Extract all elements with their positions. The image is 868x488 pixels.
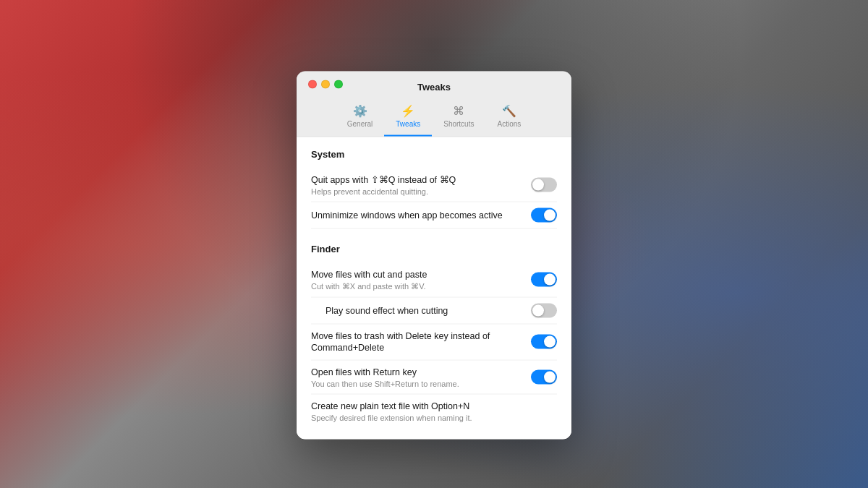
gear-icon: ⚙️ <box>353 103 367 117</box>
toggle-return-track <box>531 369 557 384</box>
setting-title-new-file: Create new plain text file with Option+N <box>311 400 557 411</box>
tab-general[interactable]: ⚙️ General <box>336 99 385 136</box>
section-gap-1 <box>311 228 557 243</box>
toggle-delete-track <box>531 335 557 349</box>
toggle-quit-thumb <box>532 179 544 190</box>
setting-title-cut-paste: Move files with cut and paste <box>311 268 522 280</box>
setting-text-quit: Quit apps with ⇧⌘Q instead of ⌘Q Helps p… <box>311 174 522 195</box>
setting-title-sound: Play sound effect when cutting <box>326 304 522 316</box>
setting-title-delete: Move files to trash with Delete key inst… <box>311 330 522 354</box>
toggle-unminimize[interactable] <box>531 207 557 222</box>
setting-title-unminimize: Unminimize windows when app becomes acti… <box>311 209 522 221</box>
setting-text-return: Open files with Return key You can then … <box>311 366 522 388</box>
setting-quit-shortcut: Quit apps with ⇧⌘Q instead of ⌘Q Helps p… <box>311 168 557 202</box>
setting-subtitle-quit: Helps prevent accidental quitting. <box>311 187 522 195</box>
traffic-lights <box>308 80 343 88</box>
maximize-button[interactable] <box>334 80 343 88</box>
titlebar: Tweaks ⚙️ General ⚡ Tweaks ⌘ Shortcuts 🔨… <box>297 71 571 137</box>
setting-text-new-file: Create new plain text file with Option+N… <box>311 400 557 421</box>
tab-tweaks[interactable]: ⚡ Tweaks <box>384 99 432 136</box>
setting-cut-paste: Move files with cut and paste Cut with ⌘… <box>311 262 557 297</box>
toggle-quit-track <box>531 177 557 192</box>
toggle-unminimize-thumb <box>544 209 556 221</box>
toggle-cut-paste-thumb <box>544 274 556 286</box>
setting-unminimize: Unminimize windows when app becomes acti… <box>311 202 557 228</box>
toggle-return-key[interactable] <box>531 369 557 384</box>
tab-shortcuts[interactable]: ⌘ Shortcuts <box>432 99 485 136</box>
setting-title-quit: Quit apps with ⇧⌘Q instead of ⌘Q <box>311 174 522 185</box>
setting-text-cut-paste: Move files with cut and paste Cut with ⌘… <box>311 268 522 291</box>
lightning-icon: ⚡ <box>401 103 415 117</box>
toggle-return-thumb <box>544 371 556 382</box>
command-icon: ⌘ <box>453 103 464 117</box>
setting-subtitle-cut-paste: Cut with ⌘X and paste with ⌘V. <box>311 282 522 291</box>
setting-subtitle-return: You can then use Shift+Return to rename. <box>311 379 522 388</box>
tab-actions[interactable]: 🔨 Actions <box>485 99 532 136</box>
section-title-finder: Finder <box>311 243 557 254</box>
toggle-quit-shortcut[interactable] <box>531 177 557 192</box>
setting-text-delete: Move files to trash with Delete key inst… <box>311 330 522 354</box>
minimize-button[interactable] <box>321 80 330 88</box>
setting-text-sound: Play sound effect when cutting <box>326 304 522 316</box>
toggle-sound-thumb <box>532 305 544 317</box>
toggle-cut-paste-track <box>531 273 557 287</box>
setting-new-text-file: Create new plain text file with Option+N… <box>311 394 557 427</box>
window-title: Tweaks <box>417 81 451 92</box>
hammer-icon: 🔨 <box>502 103 516 117</box>
section-title-system: System <box>311 148 557 159</box>
toggle-cut-paste[interactable] <box>531 273 557 287</box>
toggle-delete-key[interactable] <box>531 335 557 349</box>
setting-text-unminimize: Unminimize windows when app becomes acti… <box>311 209 522 221</box>
app-window: Tweaks ⚙️ General ⚡ Tweaks ⌘ Shortcuts 🔨… <box>297 71 571 440</box>
setting-sound-effect: Play sound effect when cutting <box>311 298 557 325</box>
toggle-delete-thumb <box>544 336 556 348</box>
toggle-sound-track <box>531 304 557 318</box>
setting-return-key: Open files with Return key You can then … <box>311 360 557 394</box>
content-area: System Quit apps with ⇧⌘Q instead of ⌘Q … <box>297 137 571 440</box>
setting-title-return: Open files with Return key <box>311 366 522 377</box>
setting-delete-key: Move files to trash with Delete key inst… <box>311 325 557 361</box>
setting-subtitle-new-file: Specify desired file extension when nami… <box>311 414 557 422</box>
toggle-sound-effect[interactable] <box>531 304 557 318</box>
tab-bar: ⚙️ General ⚡ Tweaks ⌘ Shortcuts 🔨 Action… <box>336 99 533 136</box>
toggle-unminimize-track <box>531 207 557 222</box>
close-button[interactable] <box>308 80 317 88</box>
